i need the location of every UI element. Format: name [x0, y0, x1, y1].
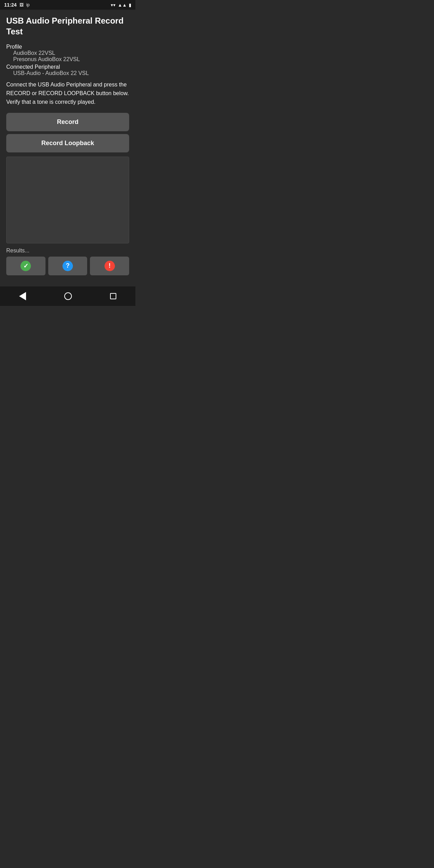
battery-icon: ▮ — [129, 2, 131, 8]
connected-value: USB-Audio - AudioBox 22 VSL — [6, 70, 129, 76]
status-time: 11:24 — [4, 2, 17, 8]
bottom-nav — [0, 286, 135, 306]
profile-label: Profile — [6, 44, 129, 50]
profile-section: Profile AudioBox 22VSL Presonus AudioBox… — [6, 44, 129, 62]
home-icon — [64, 292, 72, 300]
main-content: USB Audio Peripheral Record Test Profile… — [0, 10, 135, 286]
description-text: Connect the USB Audio Peripheral and pre… — [6, 81, 129, 106]
back-button[interactable] — [16, 289, 29, 303]
signal-icon: ▲▲ — [118, 2, 127, 8]
status-bar-right: ▾▾ ▲▲ ▮ — [111, 2, 131, 8]
output-area — [6, 157, 129, 243]
ip-label: ip — [26, 2, 30, 7]
recents-icon — [110, 293, 116, 299]
profile-value1: AudioBox 22VSL — [6, 50, 129, 56]
connected-section: Connected Peripheral USB-Audio - AudioBo… — [6, 64, 129, 76]
fail-button[interactable]: ! — [90, 257, 129, 275]
home-button[interactable] — [61, 290, 75, 303]
results-buttons: ✓ ? ! — [6, 257, 129, 275]
status-bar: 11:24 🖼 ip ▾▾ ▲▲ ▮ — [0, 0, 135, 10]
info-icon: ? — [62, 261, 73, 271]
record-button[interactable]: Record — [6, 113, 129, 131]
profile-value2: Presonus AudioBox 22VSL — [6, 56, 129, 62]
fail-icon: ! — [105, 261, 115, 271]
connected-label: Connected Peripheral — [6, 64, 129, 70]
pass-button[interactable]: ✓ — [6, 257, 45, 275]
status-bar-left: 11:24 🖼 ip — [4, 2, 30, 8]
pass-icon: ✓ — [20, 261, 31, 271]
page-title: USB Audio Peripheral Record Test — [6, 15, 129, 37]
wifi-icon: ▾▾ — [111, 2, 116, 8]
back-icon — [19, 292, 26, 300]
loopback-button[interactable]: Record Loopback — [6, 134, 129, 152]
recents-button[interactable] — [107, 290, 119, 302]
info-button[interactable]: ? — [48, 257, 87, 275]
results-label: Results... — [6, 248, 129, 254]
photo-icon: 🖼 — [19, 2, 24, 7]
